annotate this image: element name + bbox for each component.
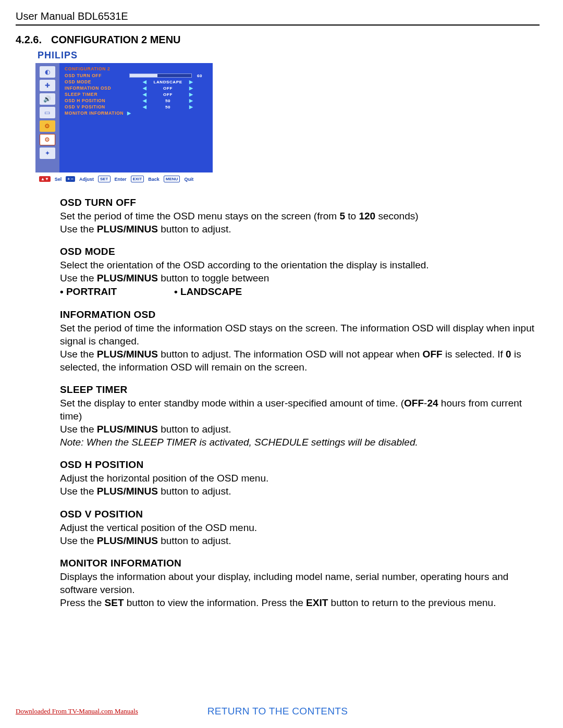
arrow-right-icon[interactable]: ▶ [189, 92, 193, 97]
osd-menu-title: CONFIGURATION 2 [65, 66, 209, 71]
config2-icon[interactable]: ⚙ [40, 134, 55, 145]
heading-monitor-information: MONITOR INFORMATION [60, 557, 540, 570]
arrow-right-icon[interactable]: ▶ [127, 110, 131, 116]
osd-sidebar: ◐ ✚ 🔊 ▭ ⚙ ⚙ ✦ [35, 63, 59, 172]
heading-osd-mode: OSD MODE [60, 245, 540, 258]
osd-item-value: 50 [150, 105, 186, 109]
paragraph: Displays the information about your disp… [60, 570, 540, 596]
paragraph: Set the period of time the information O… [60, 322, 540, 348]
paragraph: Adjust the horizontal position of the OS… [60, 472, 540, 485]
sel-badge: ▲▼ [39, 176, 51, 182]
pip-icon[interactable]: ▭ [40, 107, 55, 118]
paragraph: Use the PLUS/MINUS button to toggle betw… [60, 272, 540, 285]
osd-item-label: OSD TURN OFF [65, 73, 127, 78]
advanced-icon[interactable]: ✦ [40, 147, 55, 159]
adjust-badge: + − [66, 176, 75, 182]
heading-sleep-timer: SLEEP TIMER [60, 383, 540, 396]
section-title-text: CONFIGURATION 2 MENU [51, 34, 181, 46]
osd-item-label: SLEEP TIMER [65, 92, 127, 97]
arrow-right-icon[interactable]: ▶ [189, 85, 193, 91]
arrow-right-icon[interactable]: ▶ [189, 98, 193, 103]
osd-item-value: 50 [150, 98, 186, 103]
paragraph: Set the period of time the OSD menu stay… [60, 209, 540, 223]
arrow-left-icon[interactable]: ◀ [143, 92, 146, 97]
option-landscape: • LANDSCAPE [174, 285, 242, 298]
screen-icon[interactable]: ✚ [40, 80, 55, 91]
osd-item-label: OSD H POSITION [65, 98, 127, 103]
arrow-left-icon[interactable]: ◀ [143, 104, 146, 109]
osd-item-value: OFF [150, 92, 186, 97]
osd-menu-item[interactable]: SLEEP TIMER◀OFF▶ [65, 91, 209, 97]
slider-track[interactable] [129, 73, 192, 78]
paragraph: Use the PLUS/MINUS button to adjust. [60, 423, 540, 436]
osd-window: ◐ ✚ 🔊 ▭ ⚙ ⚙ ✦ CONFIGURATION 2 OSD TURN O… [35, 63, 213, 172]
osd-menu-item[interactable]: MONITOR INFORMATION▶ [65, 110, 209, 116]
enter-label: Enter [115, 177, 127, 182]
exit-badge: EXIT [131, 176, 144, 182]
arrow-left-icon[interactable]: ◀ [143, 98, 146, 103]
page-header: User Manual BDL6531E [16, 10, 540, 26]
section-heading: 4.2.6. CONFIGURATION 2 MENU [16, 34, 540, 46]
section-number: 4.2.6. [16, 34, 42, 46]
option-portrait: • PORTRAIT [60, 285, 117, 298]
arrow-left-icon[interactable]: ◀ [143, 79, 146, 84]
osd-menu-item[interactable]: OSD TURN OFF60 [65, 72, 209, 79]
audio-icon[interactable]: 🔊 [40, 93, 55, 105]
osd-item-label: MONITOR INFORMATION [65, 110, 127, 116]
page-footer: Downloaded From TV-Manual.com Manuals RE… [16, 707, 540, 715]
note: Note: When the SLEEP TIMER is activated,… [60, 436, 540, 449]
philips-logo: PHILIPS [38, 50, 540, 61]
quit-label: Quit [184, 177, 193, 182]
arrow-right-icon[interactable]: ▶ [189, 79, 193, 84]
osd-menu-item[interactable]: OSD H POSITION◀50▶ [65, 97, 209, 104]
osd-item-label: OSD MODE [65, 79, 127, 84]
osd-item-label: INFORMATION OSD [65, 85, 127, 91]
mode-options: • PORTRAIT • LANDSCAPE [60, 285, 540, 298]
menu-badge: MENU [164, 176, 180, 182]
back-label: Back [148, 177, 160, 182]
document-body: OSD TURN OFF Set the period of time the … [60, 196, 540, 609]
paragraph: Set the display to enter standby mode wi… [60, 397, 540, 423]
paragraph: Use the PLUS/MINUS button to adjust. [60, 534, 540, 547]
paragraph: Select the orientation of the OSD accord… [60, 258, 540, 272]
paragraph: Press the SET button to view the informa… [60, 596, 540, 609]
set-badge: SET [98, 176, 111, 182]
paragraph: Use the PLUS/MINUS button to adjust. [60, 223, 540, 236]
osd-item-value: LANDSCAPE [150, 80, 186, 84]
osd-item-value: OFF [150, 86, 186, 91]
picture-icon[interactable]: ◐ [40, 66, 55, 78]
heading-osd-turn-off: OSD TURN OFF [60, 196, 540, 209]
osd-menu-item[interactable]: OSD V POSITION◀50▶ [65, 104, 209, 110]
arrow-right-icon[interactable]: ▶ [189, 104, 193, 109]
return-to-contents-link[interactable]: RETURN TO THE CONTENTS [207, 706, 348, 717]
sel-label: Sel [55, 177, 62, 182]
slider-value: 60 [197, 73, 209, 78]
osd-menu-item[interactable]: INFORMATION OSD◀OFF▶ [65, 85, 209, 91]
paragraph: Use the PLUS/MINUS button to adjust. The… [60, 348, 540, 374]
arrow-left-icon[interactable]: ◀ [143, 85, 146, 91]
heading-osd-h-position: OSD H POSITION [60, 458, 540, 471]
osd-menu-item[interactable]: OSD MODE◀LANDSCAPE▶ [65, 79, 209, 85]
osd-main: CONFIGURATION 2 OSD TURN OFF60OSD MODE◀L… [59, 63, 213, 172]
heading-information-osd: INFORMATION OSD [60, 308, 540, 321]
paragraph: Use the PLUS/MINUS button to adjust. [60, 485, 540, 498]
osd-item-label: OSD V POSITION [65, 104, 127, 109]
config1-icon[interactable]: ⚙ [40, 120, 55, 132]
adjust-label: Adjust [79, 177, 94, 182]
heading-osd-v-position: OSD V POSITION [60, 508, 540, 521]
osd-legend: ▲▼ Sel + − Adjust SET Enter EXIT Back ME… [39, 176, 540, 182]
paragraph: Adjust the vertical position of the OSD … [60, 521, 540, 534]
download-link[interactable]: Downloaded From TV-Manual.com Manuals [16, 707, 138, 715]
